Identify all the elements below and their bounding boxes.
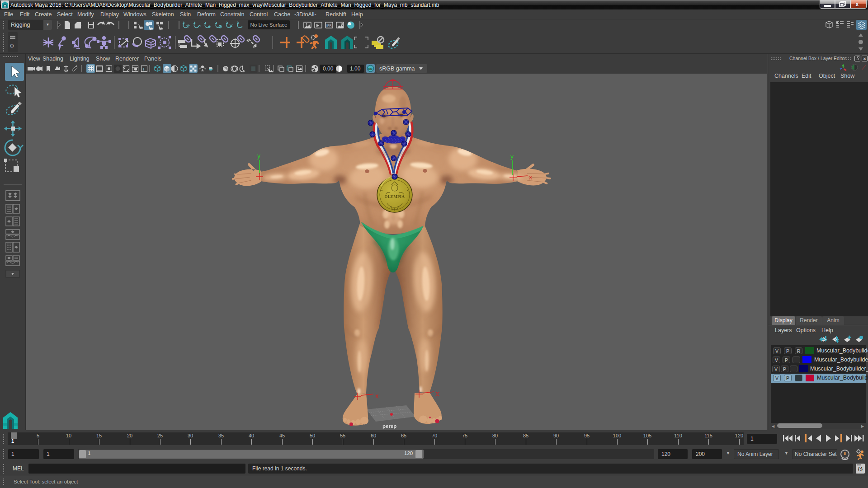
svg-text:x: x: [375, 392, 378, 399]
svg-text:0.00: 0.00: [323, 66, 334, 72]
svg-text:x: x: [436, 390, 439, 397]
svg-text:1.00: 1.00: [350, 66, 361, 72]
svg-text:OLYMPIA: OLYMPIA: [385, 194, 405, 199]
svg-text:T: T: [142, 67, 145, 71]
svg-text:x: x: [529, 174, 532, 181]
svg-text:y: y: [510, 153, 514, 160]
svg-text:IPR: IPR: [326, 24, 332, 27]
svg-text:persp: persp: [382, 423, 396, 429]
svg-text:sRGB gamma: sRGB gamma: [379, 66, 415, 72]
svg-text:ON: ON: [368, 67, 373, 70]
svg-text:y: y: [257, 152, 260, 160]
